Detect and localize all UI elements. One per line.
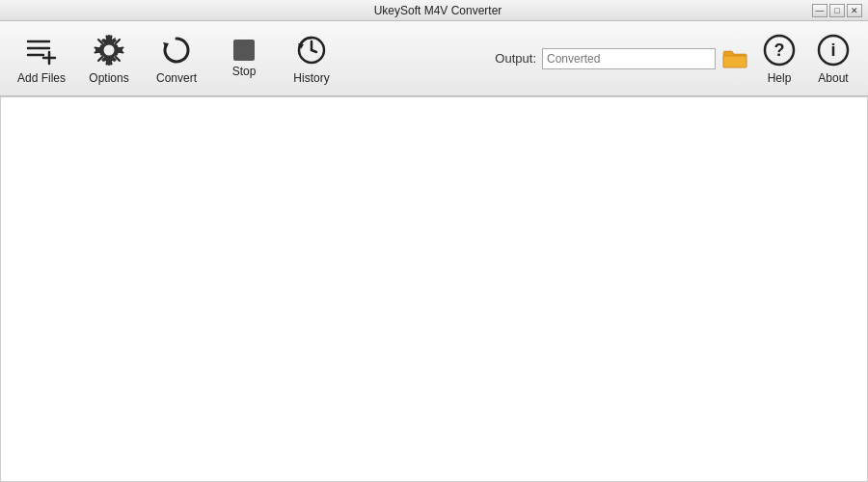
convert-icon (159, 33, 194, 67)
convert-button[interactable]: Convert (143, 25, 210, 93)
svg-text:?: ? (774, 40, 785, 60)
output-area: Output: (495, 45, 748, 72)
maximize-button[interactable]: □ (829, 4, 845, 17)
stop-icon (233, 40, 255, 61)
convert-label: Convert (156, 71, 197, 85)
output-label: Output: (495, 51, 536, 66)
title-bar: UkeySoft M4V Converter — □ ✕ (0, 0, 868, 21)
about-button[interactable]: i About (806, 25, 860, 93)
minimize-button[interactable]: — (812, 4, 827, 17)
options-button[interactable]: Options (75, 25, 143, 93)
stop-label: Stop (232, 65, 257, 78)
output-input[interactable] (542, 48, 716, 69)
window-title: UkeySoft M4V Converter (64, 4, 812, 17)
history-label: History (293, 71, 329, 85)
close-button[interactable]: ✕ (847, 4, 862, 17)
about-label: About (818, 71, 848, 85)
history-button[interactable]: History (278, 25, 345, 93)
about-icon: i (816, 33, 851, 67)
help-icon: ? (762, 33, 797, 67)
browse-folder-button[interactable] (721, 45, 748, 72)
help-button[interactable]: ? Help (752, 25, 806, 93)
window-controls: — □ ✕ (812, 4, 862, 17)
toolbar: Add Files Options Convert (0, 21, 868, 96)
main-content-area (0, 96, 868, 482)
svg-point-6 (104, 44, 115, 55)
svg-line-10 (312, 50, 316, 52)
svg-text:i: i (830, 40, 835, 60)
options-label: Options (89, 71, 128, 85)
stop-button[interactable]: Stop (210, 25, 278, 93)
add-files-icon (24, 33, 59, 67)
history-icon (294, 33, 329, 67)
add-files-label: Add Files (17, 71, 66, 85)
help-label: Help (768, 71, 792, 85)
add-files-button[interactable]: Add Files (8, 25, 75, 93)
folder-icon (722, 46, 747, 71)
gear-icon (92, 33, 126, 67)
